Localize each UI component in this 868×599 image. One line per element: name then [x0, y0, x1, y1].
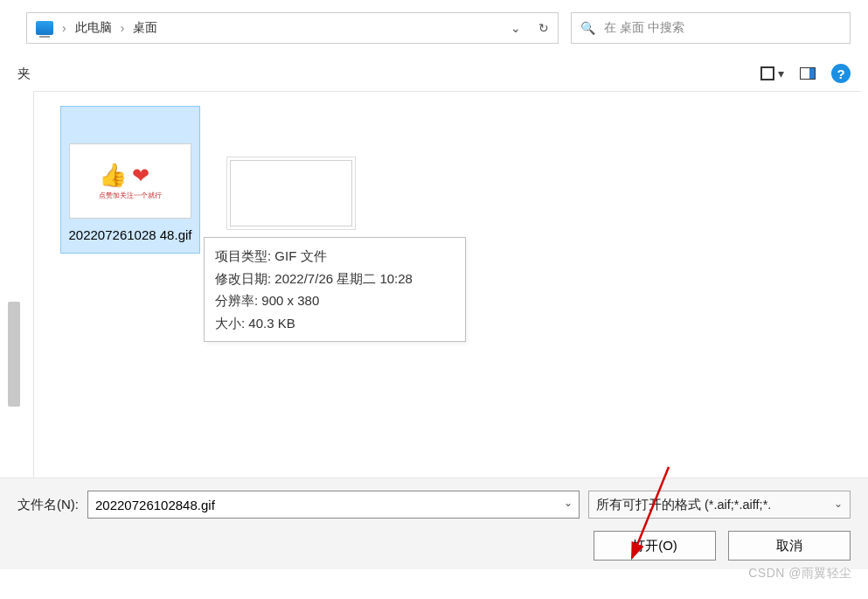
file-item-selected[interactable]: 👍 ❤ 点赞加关注一个就行 202207261028 48.gif [60, 106, 200, 254]
search-placeholder: 在 桌面 中搜索 [604, 20, 684, 36]
preview-pane-icon [800, 67, 816, 80]
tooltip-line: 大小: 40.3 KB [215, 312, 455, 335]
breadcrumb-item[interactable]: 桌面 [133, 20, 157, 36]
file-thumbnail: 👍 ❤ 点赞加关注一个就行 [69, 143, 191, 219]
filename-input[interactable] [87, 491, 580, 519]
thumbs-up-icon: 👍 [99, 162, 127, 189]
file-thumbnail [230, 160, 352, 226]
bottom-panel: 文件名(N): ⌄ 所有可打开的格式 (*.aif;*.aiff;*. ⌄ 打开… [0, 477, 868, 569]
tooltip-line: 项目类型: GIF 文件 [215, 245, 455, 268]
chevron-right-icon: › [121, 21, 125, 35]
view-mode-button[interactable]: ▾ [760, 66, 784, 80]
tooltip-line: 分辨率: 900 x 380 [215, 289, 455, 312]
file-name: 202207261028 48.gif [65, 226, 196, 244]
chevron-down-icon[interactable]: ⌄ [510, 21, 521, 35]
chevron-down-icon: ▾ [778, 66, 784, 80]
filename-label: 文件名(N): [17, 497, 79, 513]
scrollbar-thumb[interactable] [8, 302, 20, 407]
cancel-button[interactable]: 取消 [728, 531, 851, 561]
refresh-icon[interactable]: ↻ [538, 21, 549, 35]
square-icon [760, 66, 774, 80]
preview-pane-button[interactable] [800, 67, 816, 80]
address-bar[interactable]: › 此电脑 › 桌面 ⌄ ↻ [26, 12, 559, 44]
breadcrumb-item[interactable]: 此电脑 [75, 20, 112, 36]
file-tooltip: 项目类型: GIF 文件 修改日期: 2022/7/26 星期二 10:28 分… [204, 237, 466, 342]
heart-icon: ❤ [132, 164, 149, 188]
file-list-area: 👍 ❤ 点赞加关注一个就行 202207261028 48.gif 项目类型: … [33, 91, 861, 477]
filter-label: 所有可打开的格式 (*.aif;*.aiff;*. [596, 497, 771, 513]
open-button[interactable]: 打开(O) [594, 531, 716, 561]
thumb-caption: 点赞加关注一个就行 [99, 191, 162, 200]
toolbar-label: 夹 [17, 66, 31, 82]
search-icon: 🔍 [580, 21, 595, 35]
chevron-right-icon: › [62, 21, 66, 35]
tooltip-line: 修改日期: 2022/7/26 星期二 10:28 [215, 268, 455, 290]
file-type-filter[interactable]: 所有可打开的格式 (*.aif;*.aiff;*. ⌄ [588, 491, 851, 519]
help-icon[interactable]: ? [831, 64, 851, 83]
search-input[interactable]: 🔍 在 桌面 中搜索 [571, 12, 851, 44]
file-item[interactable] [226, 106, 366, 235]
pc-icon [36, 21, 53, 35]
chevron-down-icon: ⌄ [834, 498, 843, 510]
